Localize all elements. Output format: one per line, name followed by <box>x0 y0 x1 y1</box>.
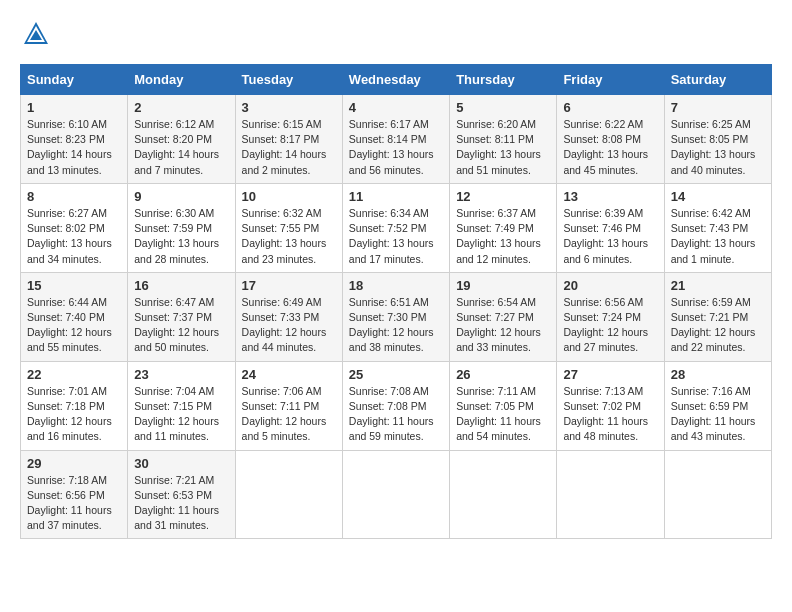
calendar-cell: 30 Sunrise: 7:21 AM Sunset: 6:53 PM Dayl… <box>128 450 235 539</box>
day-number: 10 <box>242 189 336 204</box>
day-number: 2 <box>134 100 228 115</box>
day-info: Sunrise: 6:34 AM Sunset: 7:52 PM Dayligh… <box>349 206 443 267</box>
day-info: Sunrise: 6:59 AM Sunset: 7:21 PM Dayligh… <box>671 295 765 356</box>
calendar-cell: 8 Sunrise: 6:27 AM Sunset: 8:02 PM Dayli… <box>21 183 128 272</box>
day-info: Sunrise: 6:47 AM Sunset: 7:37 PM Dayligh… <box>134 295 228 356</box>
day-info: Sunrise: 7:04 AM Sunset: 7:15 PM Dayligh… <box>134 384 228 445</box>
day-info: Sunrise: 6:42 AM Sunset: 7:43 PM Dayligh… <box>671 206 765 267</box>
day-info: Sunrise: 6:51 AM Sunset: 7:30 PM Dayligh… <box>349 295 443 356</box>
calendar-cell: 5 Sunrise: 6:20 AM Sunset: 8:11 PM Dayli… <box>450 95 557 184</box>
calendar-cell: 17 Sunrise: 6:49 AM Sunset: 7:33 PM Dayl… <box>235 272 342 361</box>
day-info: Sunrise: 6:12 AM Sunset: 8:20 PM Dayligh… <box>134 117 228 178</box>
day-number: 3 <box>242 100 336 115</box>
calendar-cell: 12 Sunrise: 6:37 AM Sunset: 7:49 PM Dayl… <box>450 183 557 272</box>
calendar-week-4: 22 Sunrise: 7:01 AM Sunset: 7:18 PM Dayl… <box>21 361 772 450</box>
day-number: 5 <box>456 100 550 115</box>
day-number: 14 <box>671 189 765 204</box>
weekday-header-row: SundayMondayTuesdayWednesdayThursdayFrid… <box>21 65 772 95</box>
day-number: 12 <box>456 189 550 204</box>
calendar-cell: 26 Sunrise: 7:11 AM Sunset: 7:05 PM Dayl… <box>450 361 557 450</box>
logo-icon <box>22 20 50 48</box>
calendar-cell <box>557 450 664 539</box>
calendar-cell <box>235 450 342 539</box>
calendar-cell: 2 Sunrise: 6:12 AM Sunset: 8:20 PM Dayli… <box>128 95 235 184</box>
calendar-cell: 3 Sunrise: 6:15 AM Sunset: 8:17 PM Dayli… <box>235 95 342 184</box>
day-info: Sunrise: 6:10 AM Sunset: 8:23 PM Dayligh… <box>27 117 121 178</box>
calendar-cell: 1 Sunrise: 6:10 AM Sunset: 8:23 PM Dayli… <box>21 95 128 184</box>
day-number: 9 <box>134 189 228 204</box>
day-number: 1 <box>27 100 121 115</box>
calendar-cell: 14 Sunrise: 6:42 AM Sunset: 7:43 PM Dayl… <box>664 183 771 272</box>
weekday-header-saturday: Saturday <box>664 65 771 95</box>
calendar-cell: 11 Sunrise: 6:34 AM Sunset: 7:52 PM Dayl… <box>342 183 449 272</box>
day-info: Sunrise: 7:08 AM Sunset: 7:08 PM Dayligh… <box>349 384 443 445</box>
day-number: 11 <box>349 189 443 204</box>
day-info: Sunrise: 6:27 AM Sunset: 8:02 PM Dayligh… <box>27 206 121 267</box>
weekday-header-tuesday: Tuesday <box>235 65 342 95</box>
day-info: Sunrise: 6:20 AM Sunset: 8:11 PM Dayligh… <box>456 117 550 178</box>
day-number: 8 <box>27 189 121 204</box>
day-info: Sunrise: 6:17 AM Sunset: 8:14 PM Dayligh… <box>349 117 443 178</box>
day-number: 7 <box>671 100 765 115</box>
day-info: Sunrise: 6:56 AM Sunset: 7:24 PM Dayligh… <box>563 295 657 356</box>
day-number: 15 <box>27 278 121 293</box>
calendar-cell: 7 Sunrise: 6:25 AM Sunset: 8:05 PM Dayli… <box>664 95 771 184</box>
calendar-cell <box>450 450 557 539</box>
calendar-week-1: 1 Sunrise: 6:10 AM Sunset: 8:23 PM Dayli… <box>21 95 772 184</box>
day-info: Sunrise: 6:37 AM Sunset: 7:49 PM Dayligh… <box>456 206 550 267</box>
day-info: Sunrise: 7:18 AM Sunset: 6:56 PM Dayligh… <box>27 473 121 534</box>
weekday-header-sunday: Sunday <box>21 65 128 95</box>
weekday-header-wednesday: Wednesday <box>342 65 449 95</box>
calendar-cell: 10 Sunrise: 6:32 AM Sunset: 7:55 PM Dayl… <box>235 183 342 272</box>
day-number: 17 <box>242 278 336 293</box>
calendar-week-3: 15 Sunrise: 6:44 AM Sunset: 7:40 PM Dayl… <box>21 272 772 361</box>
calendar-cell <box>664 450 771 539</box>
weekday-header-friday: Friday <box>557 65 664 95</box>
calendar-cell: 25 Sunrise: 7:08 AM Sunset: 7:08 PM Dayl… <box>342 361 449 450</box>
day-info: Sunrise: 7:21 AM Sunset: 6:53 PM Dayligh… <box>134 473 228 534</box>
calendar-cell: 9 Sunrise: 6:30 AM Sunset: 7:59 PM Dayli… <box>128 183 235 272</box>
calendar-cell: 4 Sunrise: 6:17 AM Sunset: 8:14 PM Dayli… <box>342 95 449 184</box>
day-info: Sunrise: 7:13 AM Sunset: 7:02 PM Dayligh… <box>563 384 657 445</box>
calendar-cell: 22 Sunrise: 7:01 AM Sunset: 7:18 PM Dayl… <box>21 361 128 450</box>
day-info: Sunrise: 7:01 AM Sunset: 7:18 PM Dayligh… <box>27 384 121 445</box>
day-number: 20 <box>563 278 657 293</box>
calendar-cell: 18 Sunrise: 6:51 AM Sunset: 7:30 PM Dayl… <box>342 272 449 361</box>
calendar-cell: 27 Sunrise: 7:13 AM Sunset: 7:02 PM Dayl… <box>557 361 664 450</box>
calendar-table: SundayMondayTuesdayWednesdayThursdayFrid… <box>20 64 772 539</box>
calendar-cell: 21 Sunrise: 6:59 AM Sunset: 7:21 PM Dayl… <box>664 272 771 361</box>
day-info: Sunrise: 7:16 AM Sunset: 6:59 PM Dayligh… <box>671 384 765 445</box>
day-info: Sunrise: 6:44 AM Sunset: 7:40 PM Dayligh… <box>27 295 121 356</box>
calendar-cell: 13 Sunrise: 6:39 AM Sunset: 7:46 PM Dayl… <box>557 183 664 272</box>
calendar-week-5: 29 Sunrise: 7:18 AM Sunset: 6:56 PM Dayl… <box>21 450 772 539</box>
day-info: Sunrise: 6:25 AM Sunset: 8:05 PM Dayligh… <box>671 117 765 178</box>
calendar-cell: 19 Sunrise: 6:54 AM Sunset: 7:27 PM Dayl… <box>450 272 557 361</box>
day-number: 18 <box>349 278 443 293</box>
day-info: Sunrise: 6:49 AM Sunset: 7:33 PM Dayligh… <box>242 295 336 356</box>
calendar-cell: 6 Sunrise: 6:22 AM Sunset: 8:08 PM Dayli… <box>557 95 664 184</box>
day-info: Sunrise: 6:15 AM Sunset: 8:17 PM Dayligh… <box>242 117 336 178</box>
day-info: Sunrise: 6:30 AM Sunset: 7:59 PM Dayligh… <box>134 206 228 267</box>
day-number: 24 <box>242 367 336 382</box>
day-number: 19 <box>456 278 550 293</box>
day-number: 13 <box>563 189 657 204</box>
calendar-week-2: 8 Sunrise: 6:27 AM Sunset: 8:02 PM Dayli… <box>21 183 772 272</box>
day-number: 26 <box>456 367 550 382</box>
day-info: Sunrise: 6:32 AM Sunset: 7:55 PM Dayligh… <box>242 206 336 267</box>
day-info: Sunrise: 6:39 AM Sunset: 7:46 PM Dayligh… <box>563 206 657 267</box>
day-number: 21 <box>671 278 765 293</box>
day-number: 22 <box>27 367 121 382</box>
day-info: Sunrise: 7:06 AM Sunset: 7:11 PM Dayligh… <box>242 384 336 445</box>
calendar-cell: 15 Sunrise: 6:44 AM Sunset: 7:40 PM Dayl… <box>21 272 128 361</box>
weekday-header-thursday: Thursday <box>450 65 557 95</box>
logo-text <box>20 20 50 54</box>
logo <box>20 20 50 54</box>
day-info: Sunrise: 7:11 AM Sunset: 7:05 PM Dayligh… <box>456 384 550 445</box>
day-info: Sunrise: 6:54 AM Sunset: 7:27 PM Dayligh… <box>456 295 550 356</box>
day-info: Sunrise: 6:22 AM Sunset: 8:08 PM Dayligh… <box>563 117 657 178</box>
calendar-cell: 20 Sunrise: 6:56 AM Sunset: 7:24 PM Dayl… <box>557 272 664 361</box>
day-number: 29 <box>27 456 121 471</box>
day-number: 6 <box>563 100 657 115</box>
calendar-cell: 24 Sunrise: 7:06 AM Sunset: 7:11 PM Dayl… <box>235 361 342 450</box>
calendar-cell: 23 Sunrise: 7:04 AM Sunset: 7:15 PM Dayl… <box>128 361 235 450</box>
